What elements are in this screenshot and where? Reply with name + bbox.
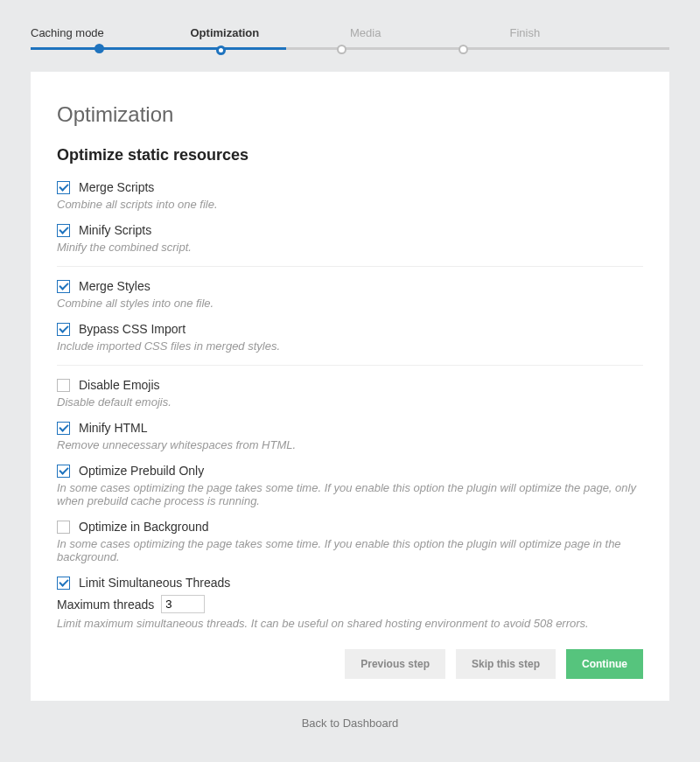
step-optimization[interactable]: Optimization <box>191 26 351 50</box>
skip-step-button[interactable]: Skip this step <box>456 649 556 679</box>
option-optimize-in-background: Optimize in Background In some cases opt… <box>57 520 643 563</box>
separator <box>57 266 643 267</box>
wizard-card: Optimization Optimize static resources M… <box>31 72 669 701</box>
checkbox-optimize-prebuild-only[interactable] <box>57 465 70 478</box>
option-label: Merge Scripts <box>79 180 154 194</box>
option-limit-threads: Limit Simultaneous Threads Maximum threa… <box>57 576 643 630</box>
option-merge-scripts: Merge Scripts Combine all scripts into o… <box>57 180 643 211</box>
step-label: Finish <box>510 26 670 50</box>
option-label: Optimize in Background <box>79 520 209 534</box>
wizard-actions: Previous step Skip this step Continue <box>57 649 643 679</box>
step-dot-pending <box>458 45 468 54</box>
continue-button[interactable]: Continue <box>566 649 643 679</box>
option-desc: Disable default emojis. <box>57 395 643 409</box>
option-desc: Limit maximum simultaneous threads. It c… <box>57 617 643 630</box>
step-dot-active <box>216 45 226 55</box>
option-label: Minify HTML <box>79 421 148 435</box>
option-label: Limit Simultaneous Threads <box>79 576 230 590</box>
option-desc: Combine all styles into one file. <box>57 297 643 310</box>
section-title: Optimize static resources <box>57 146 643 164</box>
step-media[interactable]: Media <box>350 26 510 50</box>
step-finish[interactable]: Finish <box>510 26 670 50</box>
step-caching-mode[interactable]: Caching mode <box>31 26 191 50</box>
option-label: Optimize Prebuild Only <box>79 464 204 478</box>
page-title: Optimization <box>57 102 643 127</box>
option-desc: In some cases optimizing the page takes … <box>57 537 643 563</box>
step-label: Caching mode <box>31 26 191 50</box>
option-desc: Minify the combined script. <box>57 241 643 254</box>
checkbox-limit-threads[interactable] <box>57 577 70 590</box>
step-label: Optimization <box>191 26 351 50</box>
option-label: Disable Emojis <box>79 378 160 392</box>
checkbox-optimize-in-background[interactable] <box>57 521 70 534</box>
separator <box>57 365 643 366</box>
max-threads-input[interactable] <box>161 595 205 613</box>
step-dot-pending <box>337 45 346 54</box>
checkbox-minify-html[interactable] <box>57 422 70 435</box>
max-threads-label: Maximum threads <box>57 598 154 612</box>
wizard-stepper: Caching mode Optimization Media Finish <box>31 26 669 50</box>
option-minify-scripts: Minify Scripts Minify the combined scrip… <box>57 223 643 254</box>
step-label: Media <box>350 26 510 50</box>
option-minify-html: Minify HTML Remove unnecessary whitespac… <box>57 421 643 451</box>
option-label: Merge Styles <box>79 279 150 293</box>
previous-step-button[interactable]: Previous step <box>345 649 445 679</box>
option-merge-styles: Merge Styles Combine all styles into one… <box>57 279 643 310</box>
option-desc: Remove unnecessary whitespaces from HTML… <box>57 438 643 451</box>
checkbox-disable-emojis[interactable] <box>57 379 70 392</box>
step-dot-done <box>94 44 104 53</box>
back-to-dashboard-link[interactable]: Back to Dashboard <box>31 717 669 730</box>
option-label: Bypass CSS Import <box>79 322 186 336</box>
checkbox-merge-styles[interactable] <box>57 280 70 293</box>
option-desc: Combine all scripts into one file. <box>57 198 643 211</box>
checkbox-merge-scripts[interactable] <box>57 181 70 194</box>
stepper-track-done <box>31 47 286 50</box>
checkbox-bypass-css-import[interactable] <box>57 323 70 336</box>
option-desc: In some cases optimizing the page takes … <box>57 481 643 507</box>
option-disable-emojis: Disable Emojis Disable default emojis. <box>57 378 643 409</box>
option-desc: Include imported CSS files in merged sty… <box>57 339 643 353</box>
checkbox-minify-scripts[interactable] <box>57 224 70 237</box>
option-label: Minify Scripts <box>79 223 151 237</box>
option-optimize-prebuild-only: Optimize Prebuild Only In some cases opt… <box>57 464 643 507</box>
option-bypass-css-import: Bypass CSS Import Include imported CSS f… <box>57 322 643 353</box>
wizard-page: Caching mode Optimization Media Finish O… <box>0 0 700 747</box>
